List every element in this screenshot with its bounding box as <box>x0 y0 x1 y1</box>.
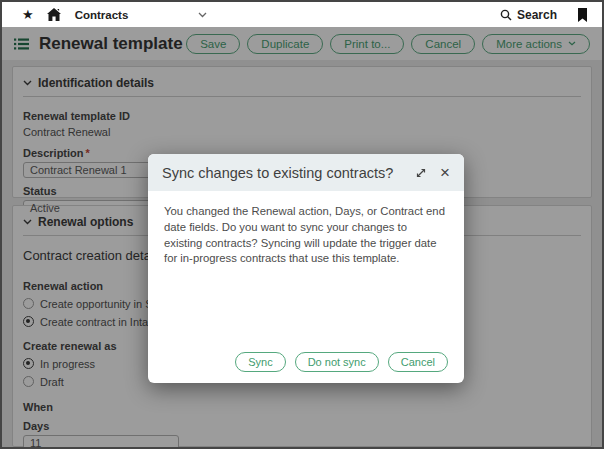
search-icon <box>500 9 512 21</box>
home-glyph <box>47 8 61 21</box>
star-glyph: ★ <box>22 8 34 21</box>
dialog-footer: Sync Do not sync Cancel <box>235 352 448 372</box>
dialog-message: You changed the Renewal action, Days, or… <box>148 191 464 267</box>
chevron-down-icon <box>198 12 207 18</box>
expand-dialog-icon[interactable] <box>415 167 427 179</box>
home-icon[interactable] <box>47 8 61 21</box>
dialog-header-icons: × <box>415 164 450 181</box>
favorites-star-icon[interactable]: ★ <box>22 8 34 21</box>
bookmark-glyph <box>577 8 588 22</box>
top-nav-bar: ★ Contracts Search <box>2 2 602 27</box>
sync-changes-dialog: Sync changes to existing contracts? × Yo… <box>148 154 464 383</box>
sync-button[interactable]: Sync <box>235 352 285 372</box>
app-menu-label: Contracts <box>75 9 129 21</box>
dialog-cancel-button[interactable]: Cancel <box>388 352 448 372</box>
app-window: ★ Contracts Search <box>0 0 604 449</box>
topbar-right-group: Search <box>500 8 588 22</box>
do-not-sync-button[interactable]: Do not sync <box>295 352 379 372</box>
dialog-title: Sync changes to existing contracts? <box>162 165 393 181</box>
search-button[interactable]: Search <box>500 8 557 22</box>
expand-glyph <box>415 167 427 179</box>
search-label: Search <box>517 8 557 22</box>
bookmark-icon[interactable] <box>577 8 588 22</box>
close-dialog-icon[interactable]: × <box>440 164 450 181</box>
app-menu-contracts[interactable]: Contracts <box>75 9 207 21</box>
dialog-header: Sync changes to existing contracts? × <box>148 154 464 191</box>
